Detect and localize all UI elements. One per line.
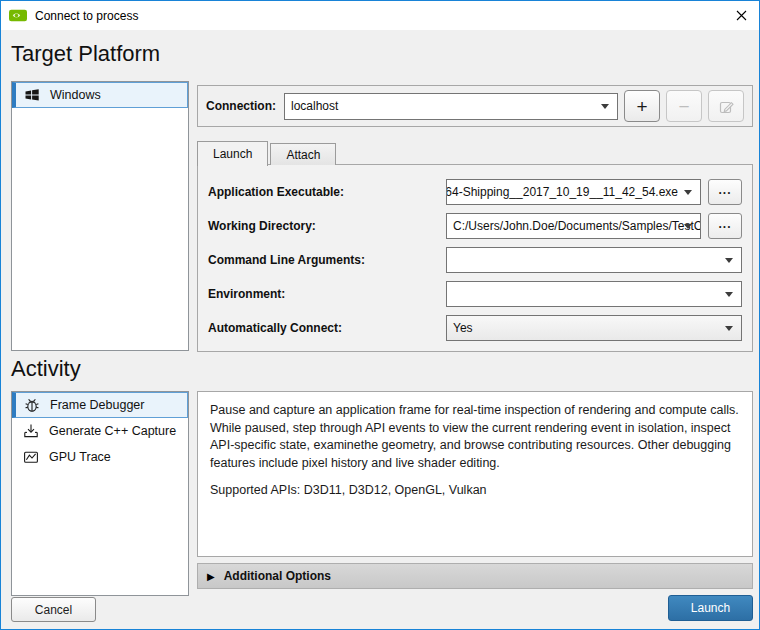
- platform-item-label: Windows: [50, 88, 101, 102]
- remove-connection-button[interactable]: −: [666, 90, 702, 122]
- command-line-arguments-label: Command Line Arguments:: [208, 253, 446, 267]
- environment-row: Environment:: [208, 281, 742, 307]
- capture-download-icon: [22, 422, 40, 440]
- edit-connection-button[interactable]: [708, 90, 744, 122]
- connection-group: Connection: localhost + −: [197, 85, 753, 127]
- environment-combobox[interactable]: [446, 281, 742, 307]
- command-line-arguments-combobox[interactable]: [446, 247, 742, 273]
- supported-apis: Supported APIs: D3D11, D3D12, OpenGL, Vu…: [210, 482, 740, 500]
- activity-item-gpu-trace[interactable]: GPU Trace: [12, 444, 188, 470]
- working-directory-row: Working Directory: C:/Users/John.Doe/Doc…: [208, 213, 742, 239]
- launch-tab-panel: Application Executable: 64/Release/Hellb…: [197, 164, 753, 352]
- add-connection-button[interactable]: +: [624, 90, 660, 122]
- windows-logo-icon: [23, 86, 41, 104]
- close-icon: [736, 10, 747, 21]
- trace-chart-icon: [22, 448, 40, 466]
- tab-launch[interactable]: Launch: [197, 141, 268, 166]
- platform-list: Windows: [11, 81, 189, 351]
- edit-pencil-icon: [718, 98, 735, 115]
- connect-to-process-dialog: Connect to process Target Platform: [0, 0, 760, 630]
- activity-list: Frame Debugger Generate C++ Capture GP: [11, 391, 189, 596]
- activity-item-label: Frame Debugger: [50, 398, 145, 412]
- titlebar: Connect to process: [1, 1, 759, 30]
- target-platform-heading: Target Platform: [11, 41, 160, 67]
- connection-combobox[interactable]: localhost: [284, 93, 618, 120]
- application-executable-label: Application Executable:: [208, 185, 446, 199]
- working-directory-value: C:/Users/John.Doe/Documents/Samples/Test…: [447, 219, 700, 233]
- connection-value: localhost: [285, 99, 344, 113]
- activity-item-generate-cpp-capture[interactable]: Generate C++ Capture: [12, 418, 188, 444]
- environment-label: Environment:: [208, 287, 446, 301]
- chevron-down-icon: [601, 104, 609, 109]
- automatically-connect-dropdown[interactable]: Yes: [446, 315, 742, 341]
- nvidia-logo-icon: [9, 7, 27, 25]
- plus-icon: +: [636, 97, 647, 116]
- chevron-down-icon: [684, 224, 692, 229]
- application-executable-row: Application Executable: 64/Release/Hellb…: [208, 179, 742, 205]
- bug-icon: [23, 396, 41, 414]
- chevron-down-icon: [725, 292, 733, 297]
- chevron-down-icon: [725, 258, 733, 263]
- automatically-connect-value: Yes: [447, 321, 479, 335]
- activity-item-label: Generate C++ Capture: [49, 424, 176, 438]
- automatically-connect-row: Automatically Connect: Yes: [208, 315, 742, 341]
- launch-attach-tabs: Launch Attach: [197, 140, 338, 165]
- connection-label: Connection:: [206, 99, 276, 113]
- platform-item-windows[interactable]: Windows: [12, 82, 188, 108]
- ellipsis-icon: ...: [718, 183, 731, 197]
- cancel-button[interactable]: Cancel: [11, 597, 96, 622]
- tab-attach[interactable]: Attach: [270, 143, 336, 165]
- activity-description: Pause and capture an application frame f…: [210, 402, 740, 472]
- browse-executable-button[interactable]: ...: [708, 179, 742, 205]
- additional-options-expander[interactable]: ▶ Additional Options: [197, 563, 753, 589]
- chevron-down-icon: [684, 190, 692, 195]
- activity-heading: Activity: [11, 356, 81, 382]
- working-directory-combobox[interactable]: C:/Users/John.Doe/Documents/Samples/Test…: [446, 213, 701, 239]
- window-title: Connect to process: [35, 9, 138, 23]
- activity-item-label: GPU Trace: [49, 450, 111, 464]
- activity-description-panel: Pause and capture an application frame f…: [197, 391, 753, 557]
- launch-button[interactable]: Launch: [668, 595, 753, 621]
- additional-options-label: Additional Options: [224, 569, 331, 583]
- minus-icon: −: [678, 97, 689, 116]
- ellipsis-icon: ...: [718, 217, 731, 231]
- activity-item-frame-debugger[interactable]: Frame Debugger: [12, 392, 188, 418]
- browse-working-directory-button[interactable]: ...: [708, 213, 742, 239]
- chevron-down-icon: [725, 326, 733, 331]
- close-button[interactable]: [723, 1, 759, 30]
- command-line-arguments-row: Command Line Arguments:: [208, 247, 742, 273]
- automatically-connect-label: Automatically Connect:: [208, 321, 446, 335]
- expander-arrow-icon: ▶: [207, 571, 215, 582]
- working-directory-label: Working Directory:: [208, 219, 446, 233]
- application-executable-value: 64/Release/HellbladeGame-Win64-Shipping_…: [446, 185, 678, 199]
- application-executable-combobox[interactable]: 64/Release/HellbladeGame-Win64-Shipping_…: [446, 179, 701, 205]
